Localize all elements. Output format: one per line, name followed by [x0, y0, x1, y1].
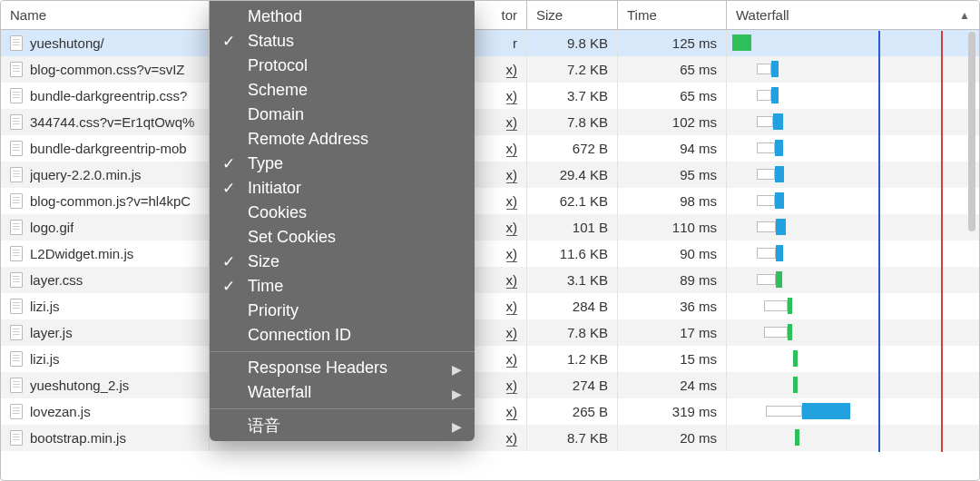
- file-icon: [10, 351, 23, 367]
- cell-name[interactable]: bundle-darkgreentrip-mob: [1, 135, 210, 162]
- context-menu-item[interactable]: Scheme: [210, 78, 475, 103]
- cell-name[interactable]: layer.js: [1, 319, 210, 346]
- waterfall-bar-wrap: [732, 86, 974, 105]
- context-menu-item[interactable]: ✓Status: [210, 29, 475, 54]
- table-header[interactable]: Name tor Size Time Waterfall ▲: [1, 1, 979, 30]
- table-row[interactable]: layer.jsx)7.8 KB17 ms: [1, 319, 979, 346]
- check-icon: ✓: [222, 277, 235, 296]
- context-menu-item[interactable]: Priority: [210, 299, 475, 323]
- waterfall-download-segment: [771, 87, 779, 103]
- cell-size: 1.2 KB: [527, 346, 618, 372]
- context-menu-item[interactable]: ✓Initiator: [210, 176, 475, 201]
- file-name: jquery-2.2.0.min.js: [30, 167, 142, 182]
- vertical-scrollbar[interactable]: [966, 32, 977, 478]
- cell-name[interactable]: L2Dwidget.min.js: [1, 240, 210, 267]
- cell-name[interactable]: yueshutong/: [1, 30, 210, 56]
- cell-time: 24 ms: [618, 372, 727, 398]
- context-menu-item[interactable]: Remote Address: [210, 127, 475, 152]
- waterfall-wait-segment: [757, 169, 775, 180]
- cell-name[interactable]: 344744.css?v=Er1qtOwq%: [1, 109, 210, 135]
- cell-size: 9.8 KB: [527, 30, 618, 56]
- context-menu-item[interactable]: Set Cookies: [210, 225, 475, 250]
- context-menu-item[interactable]: 语音▶: [210, 413, 475, 437]
- column-context-menu[interactable]: Method✓StatusProtocolSchemeDomainRemote …: [210, 1, 475, 441]
- cell-name[interactable]: bootstrap.min.js: [1, 425, 210, 451]
- table-row[interactable]: jquery-2.2.0.min.jsx)29.4 KB95 ms: [1, 162, 979, 188]
- cell-name[interactable]: lovezan.js: [1, 398, 210, 425]
- context-menu-item[interactable]: Protocol: [210, 54, 475, 78]
- col-header-size[interactable]: Size: [527, 1, 618, 29]
- cell-name[interactable]: blog-common.js?v=hl4kpC: [1, 188, 210, 214]
- table-row[interactable]: 344744.css?v=Er1qtOwq%x)7.8 KB102 ms: [1, 109, 979, 135]
- context-menu-item[interactable]: ✓Time: [210, 274, 475, 299]
- cell-name[interactable]: lizi.js: [1, 346, 210, 372]
- context-menu-label: Response Headers: [248, 358, 387, 378]
- cell-time: 17 ms: [618, 319, 727, 346]
- table-row[interactable]: layer.cssx)3.1 KB89 ms: [1, 267, 979, 293]
- table-row[interactable]: yueshutong/r9.8 KB125 ms: [1, 30, 979, 56]
- cell-size: 274 B: [527, 372, 618, 398]
- cell-name[interactable]: jquery-2.2.0.min.js: [1, 162, 210, 188]
- waterfall-wait-segment: [757, 116, 774, 127]
- waterfall-download-segment: [795, 429, 799, 446]
- context-menu-item[interactable]: Waterfall▶: [210, 380, 475, 405]
- scrollbar-thumb[interactable]: [968, 32, 975, 231]
- context-menu-item[interactable]: ✓Size: [210, 250, 475, 274]
- cell-time: 89 ms: [618, 267, 727, 293]
- network-table: Name tor Size Time Waterfall ▲ yueshuton…: [1, 1, 979, 451]
- table-row[interactable]: blog-common.css?v=svIZx)7.2 KB65 ms: [1, 56, 979, 83]
- table-row[interactable]: logo.gifx)101 B110 ms: [1, 214, 979, 240]
- table-row[interactable]: blog-common.js?v=hl4kpCx)62.1 KB98 ms: [1, 188, 979, 214]
- file-icon: [10, 193, 23, 209]
- cell-name[interactable]: blog-common.css?v=svIZ: [1, 56, 210, 83]
- waterfall-wait-segment: [757, 195, 775, 206]
- cell-time: 90 ms: [618, 240, 727, 267]
- waterfall-wait-segment: [757, 64, 771, 74]
- waterfall-wait-segment: [757, 90, 771, 101]
- file-icon: [10, 167, 23, 182]
- waterfall-bar-wrap: [732, 218, 974, 237]
- cell-name[interactable]: layer.css: [1, 267, 210, 293]
- cell-time: 36 ms: [618, 293, 727, 319]
- table-row[interactable]: bootstrap.min.jsx)8.7 KB20 ms: [1, 425, 979, 451]
- table-row[interactable]: L2Dwidget.min.jsx)11.6 KB90 ms: [1, 240, 979, 267]
- table-row[interactable]: lovezan.jsx)265 B319 ms: [1, 398, 979, 425]
- file-icon: [10, 430, 23, 446]
- table-row[interactable]: lizi.jsx)1.2 KB15 ms: [1, 346, 979, 372]
- waterfall-download-segment: [732, 34, 751, 51]
- file-icon: [10, 299, 23, 314]
- context-menu-item[interactable]: Domain: [210, 103, 475, 127]
- cell-name[interactable]: bundle-darkgreentrip.css?: [1, 83, 210, 109]
- context-menu-item[interactable]: Cookies: [210, 201, 475, 225]
- context-menu-item[interactable]: Connection ID: [210, 323, 475, 348]
- file-name: lizi.js: [30, 299, 60, 314]
- table-row[interactable]: yueshutong_2.jsx)274 B24 ms: [1, 372, 979, 398]
- waterfall-wait-segment: [764, 300, 789, 311]
- cell-name[interactable]: logo.gif: [1, 214, 210, 240]
- waterfall-wait-segment: [757, 248, 776, 259]
- context-menu-item[interactable]: Method: [210, 5, 475, 29]
- waterfall-bar-wrap: [732, 34, 974, 53]
- cell-name[interactable]: yueshutong_2.js: [1, 372, 210, 398]
- file-icon: [10, 378, 23, 393]
- sort-ascending-icon: ▲: [959, 9, 970, 22]
- table-row[interactable]: bundle-darkgreentrip.css?x)3.7 KB65 ms: [1, 83, 979, 109]
- col-header-time[interactable]: Time: [618, 1, 727, 29]
- waterfall-download-segment: [771, 61, 779, 77]
- col-header-name[interactable]: Name: [1, 1, 210, 29]
- file-icon: [10, 114, 23, 130]
- waterfall-wait-segment: [757, 274, 776, 285]
- waterfall-bar-wrap: [732, 270, 974, 290]
- col-header-waterfall[interactable]: Waterfall ▲: [727, 1, 979, 29]
- initiator-fragment: x): [506, 88, 518, 104]
- context-menu-item[interactable]: Response Headers▶: [210, 356, 475, 380]
- table-row[interactable]: lizi.jsx)284 B36 ms: [1, 293, 979, 319]
- cell-time: 65 ms: [618, 56, 727, 83]
- waterfall-download-segment: [775, 140, 783, 156]
- cell-time: 65 ms: [618, 83, 727, 109]
- context-menu-item[interactable]: ✓Type: [210, 152, 475, 176]
- cell-name[interactable]: lizi.js: [1, 293, 210, 319]
- context-menu-label: Scheme: [248, 81, 308, 100]
- file-name: blog-common.js?v=hl4kpC: [30, 193, 191, 209]
- table-row[interactable]: bundle-darkgreentrip-mobx)672 B94 ms: [1, 135, 979, 162]
